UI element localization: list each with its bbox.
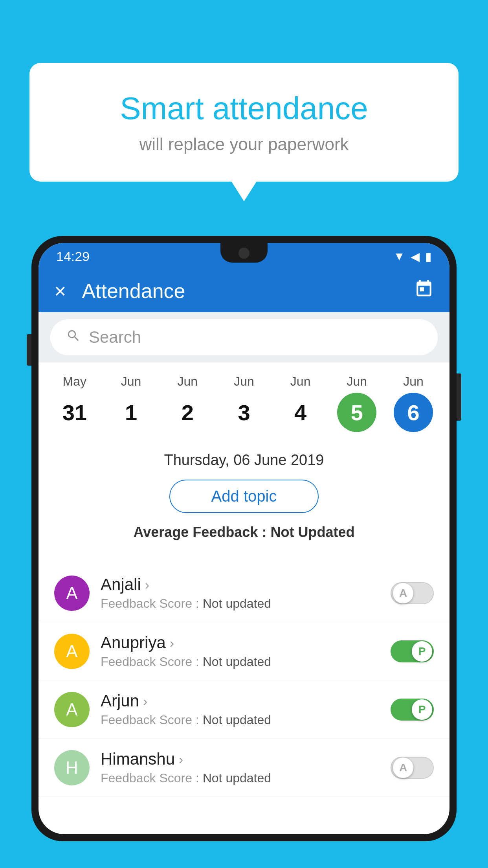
attendance-toggle[interactable]: A xyxy=(391,582,434,604)
toggle-knob: A xyxy=(393,758,413,778)
phone-screen: 14:29 ▼ ◀ ▮ × Attendance xyxy=(39,243,449,834)
cal-month-0: May xyxy=(63,374,86,389)
selected-date-label: Thursday, 06 June 2019 xyxy=(54,452,434,469)
add-topic-button[interactable]: Add topic xyxy=(169,480,319,513)
toggle-knob: A xyxy=(393,583,413,603)
cal-month-3: Jun xyxy=(234,374,254,389)
student-feedback: Feedback Score : Not updated xyxy=(101,713,380,727)
content-area: Thursday, 06 June 2019 Add topic Average… xyxy=(39,440,449,564)
avg-feedback-label: Average Feedback : xyxy=(134,524,267,540)
search-icon xyxy=(66,328,81,347)
cal-date-4: 4 xyxy=(281,393,320,432)
student-name: Arjun › xyxy=(101,691,380,710)
phone-container: 14:29 ▼ ◀ ▮ × Attendance xyxy=(31,236,457,868)
list-item[interactable]: A Anupriya › Feedback Score : Not update… xyxy=(39,622,449,680)
status-icons: ▼ ◀ ▮ xyxy=(393,250,432,263)
cal-date-1: 1 xyxy=(112,393,151,432)
student-info: Anupriya › Feedback Score : Not updated xyxy=(101,633,380,669)
avg-feedback: Average Feedback : Not Updated xyxy=(54,524,434,541)
list-item[interactable]: A Anjali › Feedback Score : Not updated … xyxy=(39,564,449,622)
calendar-day-6[interactable]: Jun 6 xyxy=(392,374,435,432)
toggle-knob: P xyxy=(412,699,432,720)
wifi-icon: ▼ xyxy=(393,250,405,263)
student-name: Anupriya › xyxy=(101,633,380,652)
cal-date-6: 6 xyxy=(394,393,433,432)
list-item[interactable]: A Arjun › Feedback Score : Not updated P xyxy=(39,680,449,739)
speech-bubble-title: Smart attendance xyxy=(53,90,435,127)
student-info: Anjali › Feedback Score : Not updated xyxy=(101,575,380,611)
close-button[interactable]: × xyxy=(54,279,66,303)
status-time: 14:29 xyxy=(56,249,90,264)
chevron-right-icon: › xyxy=(143,693,147,709)
phone-side-button-left xyxy=(27,334,31,366)
student-name: Anjali › xyxy=(101,575,380,594)
phone-notch xyxy=(220,243,268,263)
phone-frame: 14:29 ▼ ◀ ▮ × Attendance xyxy=(31,236,457,841)
cal-date-3: 3 xyxy=(224,393,264,432)
attendance-toggle[interactable]: P xyxy=(391,699,434,721)
search-bar[interactable]: Search xyxy=(50,319,438,355)
avatar: A xyxy=(54,634,90,669)
chevron-right-icon: › xyxy=(179,752,183,767)
signal-icon: ◀ xyxy=(411,250,420,263)
student-info: Himanshu › Feedback Score : Not updated xyxy=(101,750,380,785)
cal-month-4: Jun xyxy=(290,374,311,389)
battery-icon: ▮ xyxy=(425,250,432,263)
avatar: H xyxy=(54,750,90,785)
calendar-day-5[interactable]: Jun 5 xyxy=(335,374,378,432)
student-feedback: Feedback Score : Not updated xyxy=(101,655,380,669)
speech-bubble: Smart attendance will replace your paper… xyxy=(29,63,459,182)
student-info: Arjun › Feedback Score : Not updated xyxy=(101,691,380,727)
cal-month-1: Jun xyxy=(121,374,141,389)
search-container: Search xyxy=(39,312,449,362)
list-item[interactable]: H Himanshu › Feedback Score : Not update… xyxy=(39,739,449,797)
avg-feedback-value: Not Updated xyxy=(270,524,354,540)
avatar: A xyxy=(54,576,90,611)
calendar-day-0[interactable]: May 31 xyxy=(53,374,96,432)
search-placeholder: Search xyxy=(89,328,141,347)
calendar-day-1[interactable]: Jun 1 xyxy=(110,374,153,432)
chevron-right-icon: › xyxy=(145,577,149,592)
phone-camera xyxy=(238,248,250,259)
cal-month-6: Jun xyxy=(403,374,424,389)
toggle-knob: P xyxy=(412,641,432,662)
cal-date-5: 5 xyxy=(337,393,376,432)
cal-date-0: 31 xyxy=(55,393,94,432)
calendar-day-2[interactable]: Jun 2 xyxy=(166,374,209,432)
calendar-day-4[interactable]: Jun 4 xyxy=(279,374,322,432)
cal-date-2: 2 xyxy=(168,393,207,432)
chevron-right-icon: › xyxy=(170,635,174,651)
student-feedback: Feedback Score : Not updated xyxy=(101,771,380,785)
cal-month-5: Jun xyxy=(347,374,367,389)
avatar: A xyxy=(54,692,90,727)
attendance-toggle[interactable]: A xyxy=(391,757,434,779)
speech-bubble-subtitle: will replace your paperwork xyxy=(53,134,435,154)
speech-bubble-container: Smart attendance will replace your paper… xyxy=(29,63,459,182)
student-list: A Anjali › Feedback Score : Not updated … xyxy=(39,564,449,797)
app-bar: × Attendance xyxy=(39,270,449,312)
student-name: Himanshu › xyxy=(101,750,380,769)
cal-month-2: Jun xyxy=(177,374,198,389)
app-bar-title: Attendance xyxy=(82,279,414,303)
phone-side-button-right xyxy=(457,373,461,421)
student-feedback: Feedback Score : Not updated xyxy=(101,596,380,611)
calendar-strip: May 31 Jun 1 Jun 2 Jun 3 Jun 4 xyxy=(39,362,449,440)
attendance-toggle[interactable]: P xyxy=(391,640,434,662)
calendar-day-3[interactable]: Jun 3 xyxy=(222,374,266,432)
calendar-icon-button[interactable] xyxy=(414,279,434,303)
